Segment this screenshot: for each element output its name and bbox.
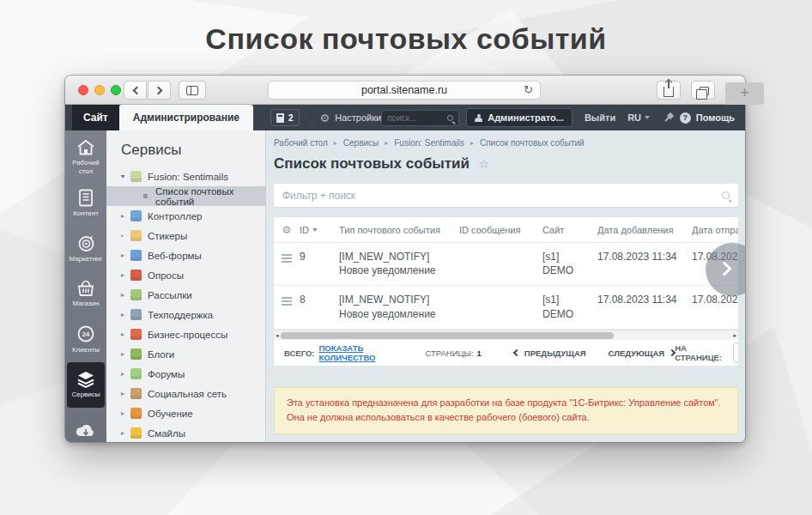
- column-header-date-added[interactable]: Дата добавления: [597, 225, 692, 235]
- menu-item-smiles[interactable]: ▸ Смайлы: [106, 423, 265, 442]
- social-icon: [130, 388, 142, 399]
- column-header-site[interactable]: Сайт: [542, 225, 597, 235]
- next-page-button[interactable]: СЛЕДУЮЩАЯ: [609, 348, 676, 358]
- admin-search-input[interactable]: [387, 113, 447, 123]
- cell-type: [IM_NEW_NOTIFY] Новое уведомление: [339, 250, 459, 277]
- browser-tabs-button[interactable]: [691, 81, 715, 100]
- menu-item-newsletters[interactable]: ▸ Рассылки: [106, 285, 265, 305]
- folder-icon: [130, 210, 142, 221]
- zoom-window-button[interactable]: [111, 85, 121, 95]
- collapse-arrow-icon[interactable]: ▸: [121, 271, 130, 279]
- favorite-star-icon[interactable]: ☆: [478, 156, 489, 172]
- rail-item-services[interactable]: Сервисы: [67, 362, 105, 408]
- show-count-link[interactable]: ПОКАЗАТЬ КОЛИЧЕСТВО: [319, 343, 376, 362]
- collapse-arrow-icon[interactable]: ▸: [121, 429, 130, 437]
- scroll-right-icon[interactable]: ▸: [733, 332, 736, 339]
- breadcrumb-link[interactable]: Сервисы: [343, 138, 379, 148]
- menu-item-blogs[interactable]: ▸ Блоги: [106, 344, 265, 364]
- expand-arrow-icon[interactable]: ▾: [121, 173, 130, 180]
- horizontal-scrollbar[interactable]: ◂ ▸: [274, 330, 738, 340]
- collapse-arrow-icon[interactable]: ▸: [121, 350, 130, 358]
- rail-item-clients[interactable]: 24 Клиенты: [67, 317, 105, 362]
- breadcrumb-link[interactable]: Fusion: Sentimails: [394, 138, 464, 148]
- menu-item-webforms[interactable]: ▸ Веб-формы: [106, 245, 265, 265]
- rail-item-marketplace[interactable]: [67, 408, 105, 442]
- pin-icon[interactable]: [664, 112, 666, 123]
- table-row[interactable]: 9 [IM_NEW_NOTIFY] Новое уведомление [s1]…: [274, 243, 738, 286]
- breadcrumb-link[interactable]: Рабочий стол: [274, 138, 328, 148]
- collapse-arrow-icon[interactable]: ▸: [121, 291, 130, 299]
- menu-item-polls[interactable]: ▸ Опросы: [106, 265, 265, 285]
- admin-search-box[interactable]: [381, 110, 459, 126]
- collapse-arrow-icon[interactable]: ▸: [121, 330, 130, 338]
- main-content: Рабочий стол ▸ Сервисы ▸ Fusion: Sentima…: [266, 130, 745, 442]
- column-header-type[interactable]: Тип почтового события: [339, 225, 459, 235]
- prev-page-button[interactable]: ПРЕДЫДУЩАЯ: [514, 348, 586, 358]
- browser-sidebar-button[interactable]: [179, 81, 206, 100]
- collapse-arrow-icon[interactable]: ▸: [121, 390, 130, 397]
- rail-item-shop[interactable]: Магазин: [67, 271, 105, 317]
- minimize-window-button[interactable]: [94, 85, 105, 95]
- menu-item-fusion-sentimails[interactable]: ▾ Fusion: Sentimails: [106, 167, 265, 186]
- row-menu-icon[interactable]: [282, 254, 292, 264]
- rail-item-desktop[interactable]: Рабочий стол: [67, 135, 105, 180]
- menu-item-label: Список почтовых событий: [155, 186, 265, 207]
- scrollbar-thumb[interactable]: [281, 332, 614, 339]
- menu-item-support[interactable]: ▸ Техподдержка: [106, 305, 265, 324]
- row-menu-icon[interactable]: [282, 297, 292, 307]
- menu-item-controller[interactable]: ▸ Контроллер: [106, 206, 265, 226]
- menu-item-bizproc[interactable]: ▸ Бизнес-процессы: [106, 324, 265, 344]
- new-tab-button[interactable]: +: [725, 82, 764, 105]
- collapse-arrow-icon[interactable]: ▸: [121, 311, 130, 318]
- browser-back-button[interactable]: [124, 81, 147, 100]
- basket-icon: [76, 280, 95, 297]
- close-window-button[interactable]: [78, 85, 88, 95]
- collapse-arrow-icon[interactable]: ▸: [121, 409, 130, 417]
- browser-forward-button[interactable]: [148, 81, 171, 100]
- per-page-select[interactable]: 20: [733, 342, 738, 363]
- grid-settings-icon[interactable]: ⚙: [282, 225, 292, 235]
- target-icon: [77, 234, 95, 252]
- column-header-id[interactable]: ID: [300, 225, 339, 235]
- menu-item-social[interactable]: ▸ Социальная сеть: [106, 384, 265, 403]
- settings-button[interactable]: ⚙ Настройки: [320, 112, 382, 124]
- filter-search-input[interactable]: [282, 190, 722, 202]
- help-label: Помощь: [696, 112, 735, 123]
- menu-item-mail-events-list[interactable]: Список почтовых событий: [106, 186, 265, 206]
- tab-administration[interactable]: Администрирование: [119, 105, 253, 130]
- chevron-right-icon: [154, 86, 162, 94]
- breadcrumb-link[interactable]: Список почтовых событий: [480, 138, 585, 148]
- logout-button[interactable]: Выйти: [585, 112, 615, 123]
- notifications-button[interactable]: 2: [270, 109, 300, 126]
- address-bar[interactable]: portal.sitename.ru ↻: [268, 81, 541, 100]
- collapse-arrow-icon[interactable]: ▸: [121, 212, 130, 220]
- scroll-left-icon[interactable]: ◂: [276, 332, 279, 339]
- filter-search-box[interactable]: [274, 184, 738, 207]
- language-selector[interactable]: RU: [627, 112, 650, 123]
- column-header-date-sent[interactable]: Дата отправки: [692, 225, 738, 235]
- collapse-arrow-icon[interactable]: ▸: [121, 251, 130, 259]
- notification-count: 2: [288, 113, 294, 123]
- tab-site[interactable]: Сайт: [72, 105, 119, 130]
- reload-icon[interactable]: ↻: [524, 83, 533, 96]
- learning-icon: [130, 408, 142, 419]
- breadcrumb-separator-icon: ▸: [385, 139, 388, 147]
- column-header-message-id[interactable]: ID сообщения: [459, 225, 542, 235]
- menu-item-forums[interactable]: ▸ Форумы: [106, 364, 265, 384]
- chevron-left-icon: [132, 86, 141, 94]
- user-menu-button[interactable]: Администрато...: [466, 108, 573, 127]
- rail-item-label: Магазин: [73, 300, 100, 308]
- menu-item-label: Блоги: [148, 349, 174, 360]
- help-button[interactable]: ? Помощь: [680, 112, 735, 124]
- rail-item-content[interactable]: Контент: [67, 180, 105, 226]
- rail-item-label: Рабочий стол: [67, 159, 105, 175]
- collapse-arrow-icon[interactable]: ▸: [121, 370, 130, 378]
- menu-item-learning[interactable]: ▸ Обучение: [106, 403, 265, 423]
- events-grid: ⚙ ID Тип почтового события ID сообщения …: [274, 217, 738, 330]
- browser-share-button[interactable]: [657, 81, 681, 100]
- menu-item-stickers[interactable]: ▪ Стикеры: [106, 226, 265, 245]
- rail-item-marketing[interactable]: Маркетинг: [67, 226, 105, 271]
- rail-item-label: Контент: [73, 209, 99, 218]
- table-row[interactable]: 8 [IM_NEW_NOTIFY] Новое уведомление [s1]…: [274, 286, 738, 329]
- menu-item-label: Смайлы: [148, 428, 185, 439]
